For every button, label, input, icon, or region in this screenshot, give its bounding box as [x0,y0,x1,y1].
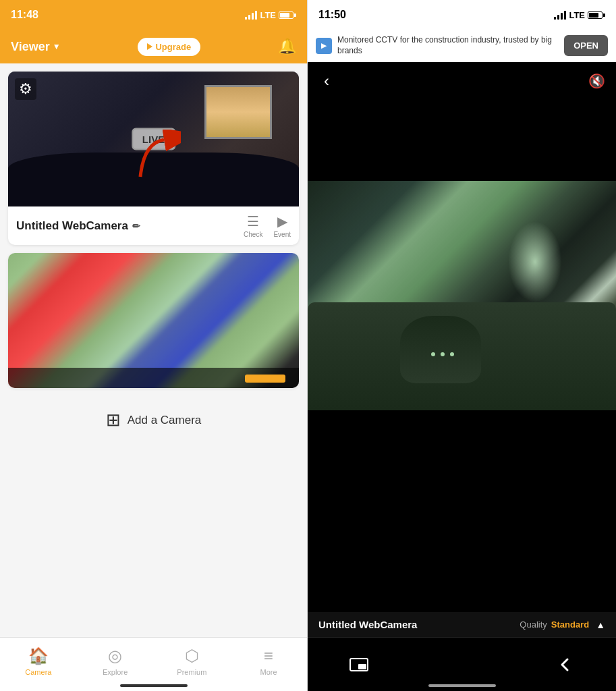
battery-icon [279,11,296,19]
back-button[interactable]: ‹ [318,69,335,93]
night-mode-button[interactable] [445,648,478,682]
mute-button[interactable]: 🔇 [588,73,605,89]
bottom-nav: 🏠 Camera ◎ Explore ⬡ Premium ≡ More [0,637,307,691]
nv-dot-2 [441,352,445,356]
nav-more[interactable]: ≡ More [230,646,307,676]
nv-bright-spot [508,221,562,302]
right-status-bar: 11:50 LTE [308,0,616,30]
camera-actions: ☰ Check ▶ Event [244,213,291,238]
left-panel: 11:48 LTE Viewer ▼ Upgrade [0,0,308,691]
upgrade-button[interactable]: Upgrade [138,38,200,56]
left-status-bar: 11:48 LTE [0,0,307,30]
explore-nav-icon: ◎ [108,646,122,665]
right-time: 11:50 [318,9,346,21]
left-header: Viewer ▼ Upgrade 🔔 [0,30,307,63]
room-window [204,85,272,139]
right-camera-name: Untitled WebCamera [318,619,417,630]
nav-premium-label: Premium [177,668,206,676]
ad-banner[interactable]: ▶ Monitored CCTV for the construction in… [308,30,616,62]
quality-label: Quality [520,619,547,630]
camera-name-1: Untitled WebCamera ✏ [16,219,140,233]
home-indicator-right [428,684,496,687]
bell-icon[interactable]: 🔔 [278,38,296,55]
nv-dot-3 [450,352,454,356]
event-button[interactable]: ▶ Event [273,213,291,238]
header-title[interactable]: Viewer ▼ [11,40,61,54]
premium-nav-icon: ⬡ [185,646,199,665]
camera-info-bar: Untitled WebCamera Quality Standard ▲ [308,612,616,637]
camera-card-2[interactable] [8,253,299,388]
picture-in-picture-button[interactable] [342,648,376,682]
video-area [308,100,616,612]
lte-label: LTE [260,10,276,20]
black-bottom [308,410,616,505]
left-content: ⚙ LIVE Unti [0,63,307,637]
left-time: 11:48 [11,9,38,21]
home-indicator-left [120,684,188,687]
right-signal-icon [554,10,566,20]
quality-section[interactable]: Quality Standard ▲ [520,619,605,630]
play-icon [147,43,152,50]
nv-dots [431,352,454,356]
left-status-icons: LTE [245,10,296,20]
nav-premium[interactable]: ⬡ Premium [154,646,231,676]
camera-nav-icon: 🏠 [28,646,49,665]
camera-info-1: Untitled WebCamera ✏ ☰ Check ▶ Event [8,206,299,245]
nav-camera-label: Camera [25,668,51,676]
expand-icon[interactable]: ▲ [596,619,605,630]
red-arrow [134,130,181,186]
qr-icon: ⊞ [106,410,121,431]
camera-card-1[interactable]: ⚙ LIVE Unti [8,72,299,245]
camera-thumbnail-1[interactable]: ⚙ LIVE [8,72,299,206]
nv-figure [400,316,481,383]
nav-explore-label: Explore [103,668,128,676]
black-top [308,100,616,181]
orange-bar [245,375,285,383]
edit-icon[interactable]: ✏ [132,221,140,231]
more-nav-icon: ≡ [264,646,273,665]
right-status-icons: LTE [554,10,605,20]
event-icon: ▶ [277,213,287,229]
nav-explore[interactable]: ◎ Explore [77,646,154,676]
ad-open-button[interactable]: OPEN [564,35,608,56]
nav-more-label: More [260,668,277,676]
ad-icon: ▶ [316,38,332,54]
dropdown-arrow-icon: ▼ [53,42,61,51]
nav-camera[interactable]: 🏠 Camera [0,646,77,676]
settings-icon[interactable]: ⚙ [15,78,36,100]
camera-thumbnail-2[interactable] [8,253,299,388]
collapse-button[interactable] [548,648,582,682]
right-battery-icon [588,11,605,19]
night-vision-view [308,181,616,410]
ad-text: Monitored CCTV for the construction indu… [337,35,559,56]
right-panel: 11:50 LTE ▶ Monitored CCTV for the const… [308,0,616,691]
quality-value: Standard [551,619,589,630]
video-controls-top: ‹ 🔇 [308,62,616,100]
bottom-action-bar [308,637,616,691]
svg-rect-2 [358,664,366,669]
check-icon: ☰ [247,213,259,229]
add-camera-button[interactable]: ⊞ Add a Camera [8,396,299,444]
nv-dot-1 [431,352,435,356]
right-lte-label: LTE [569,10,585,20]
signal-icon [245,10,257,20]
check-button[interactable]: ☰ Check [244,213,262,238]
